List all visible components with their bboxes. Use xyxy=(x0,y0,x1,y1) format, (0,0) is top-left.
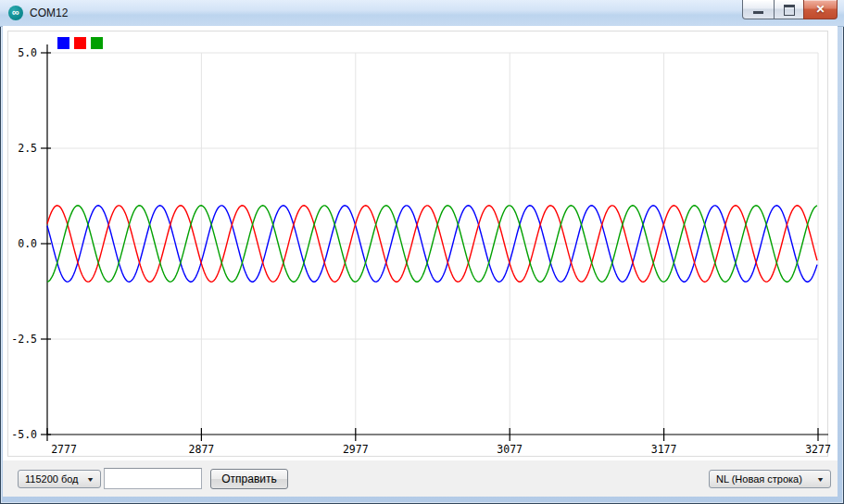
maximize-icon xyxy=(784,5,795,16)
y-tick-label: -5.0 xyxy=(11,428,37,441)
line-ending-select[interactable]: NL (Новая строка) ▼ xyxy=(709,470,831,488)
baud-rate-select[interactable]: 115200 бод ▼ xyxy=(18,470,101,488)
line-ending-value: NL (Новая строка) xyxy=(716,473,802,485)
baud-rate-value: 115200 бод xyxy=(25,473,79,485)
chevron-down-icon: ▼ xyxy=(816,476,825,483)
serial-toolbar: 115200 бод ▼ Отправить NL (Новая строка)… xyxy=(3,460,838,497)
serial-plotter-window: COM12 5.02.50.0-2.5-5.027772877297730773… xyxy=(0,0,844,504)
minimize-icon xyxy=(753,11,763,14)
x-tick-label: 3277 xyxy=(805,443,831,456)
send-button[interactable]: Отправить xyxy=(210,469,288,489)
y-tick-label: 5.0 xyxy=(18,46,37,59)
y-tick-label: -2.5 xyxy=(11,333,37,346)
legend-swatch-series-red xyxy=(74,37,86,49)
legend-swatch-series-green xyxy=(91,37,103,49)
client-area: 5.02.50.0-2.5-5.027772877297730773177327… xyxy=(3,26,838,497)
legend-swatch-series-blue xyxy=(57,37,69,49)
chevron-down-icon: ▼ xyxy=(86,476,94,483)
maximize-button[interactable] xyxy=(775,0,803,19)
serial-message-input[interactable] xyxy=(104,468,202,489)
x-tick-label: 2977 xyxy=(343,443,369,456)
y-tick-label: 2.5 xyxy=(18,142,37,155)
x-tick-label: 3077 xyxy=(497,443,523,456)
y-tick-label: 0.0 xyxy=(18,237,37,250)
minimize-button[interactable] xyxy=(742,0,775,19)
serial-plotter-chart: 5.02.50.0-2.5-5.027772877297730773177327… xyxy=(3,26,838,460)
close-button[interactable] xyxy=(803,0,838,19)
window-title: COM12 xyxy=(30,6,68,19)
x-tick-label: 3177 xyxy=(651,443,677,456)
arduino-app-icon xyxy=(8,6,23,20)
titlebar[interactable]: COM12 xyxy=(0,0,844,27)
window-controls xyxy=(742,0,838,19)
x-tick-label: 2777 xyxy=(51,443,77,456)
x-tick-label: 2877 xyxy=(189,443,215,456)
close-icon xyxy=(815,4,825,15)
